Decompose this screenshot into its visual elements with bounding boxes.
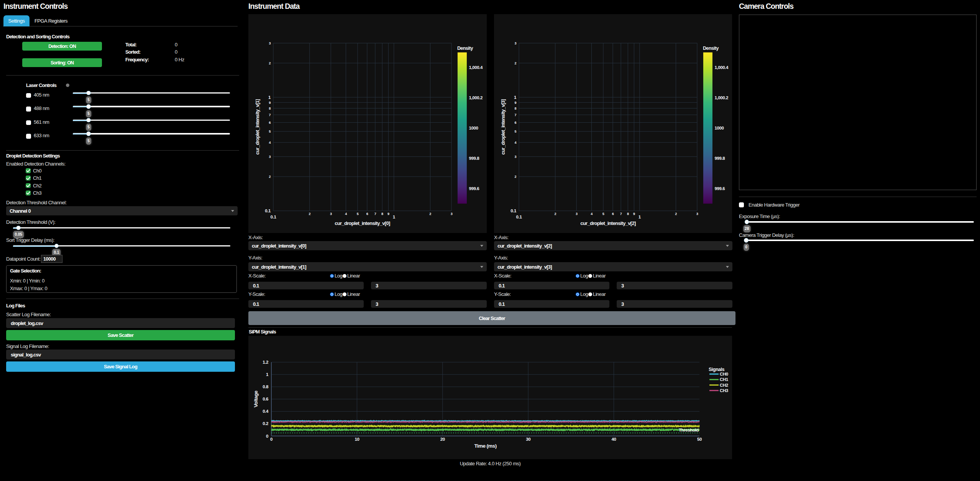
laser-633nm-power-slider[interactable]: 5	[73, 131, 230, 136]
x-scale-log-radio[interactable]	[330, 274, 334, 278]
laser-488nm-power-slider[interactable]: 5	[73, 104, 230, 109]
scatter-plot-2[interactable]: 0.1234567891230.123456789123cur_droplet_…	[494, 14, 732, 233]
linear-option-label[interactable]: Linear	[347, 291, 360, 297]
slider-handle[interactable]	[54, 244, 59, 248]
laser-633nm-checkbox[interactable]	[26, 134, 31, 139]
svg-text:Time (ms): Time (ms)	[474, 443, 496, 449]
x-max-input-2[interactable]: 3	[617, 282, 732, 289]
threshold-channel-select[interactable]: Channel 0	[6, 206, 238, 215]
slider-handle[interactable]	[86, 118, 91, 123]
y-scale-linear-radio[interactable]	[588, 292, 592, 296]
slider-tooltip: 5	[86, 138, 91, 144]
y-axis-select-1[interactable]: cur_droplet_intensity_v[1]	[248, 262, 487, 271]
svg-text:0: 0	[270, 437, 272, 442]
detection-threshold-slider[interactable]: 0.05	[13, 225, 230, 230]
clear-scatter-button[interactable]: Clear Scatter	[248, 311, 735, 325]
sort-trigger-delay-slider[interactable]: 0.1	[13, 243, 230, 248]
tab-settings[interactable]: Settings	[3, 15, 30, 26]
enable-hardware-trigger-checkbox[interactable]	[739, 202, 744, 207]
save-signal-log-button[interactable]: Save Signal Log	[6, 361, 235, 372]
channel-ch3-checkbox[interactable]	[26, 190, 31, 195]
slider-tooltip: 5	[86, 124, 91, 131]
slider-handle[interactable]	[745, 220, 749, 224]
svg-text:1: 1	[393, 215, 396, 219]
x-axis-select-2[interactable]: cur_droplet_intensity_v[2]	[494, 241, 732, 250]
sipm-signals-plot[interactable]: 0102030405000.20.40.60.811.2Time (ms)Vol…	[248, 336, 732, 459]
channel-ch2-checkbox[interactable]	[26, 183, 31, 188]
linear-option-label[interactable]: Linear	[593, 291, 606, 297]
y-max-input-2[interactable]: 3	[617, 300, 732, 308]
y-axis-select-value: cur_droplet_intensity_v[3]	[497, 264, 552, 270]
x-axis-label: X-Axis:	[494, 235, 509, 240]
log-option-label[interactable]: Log	[580, 273, 588, 279]
svg-text:9: 9	[514, 101, 516, 105]
detection-toggle-button[interactable]: Detection: ON	[22, 42, 102, 51]
x-min-input-2[interactable]: 0.1	[494, 282, 609, 289]
x-scale-log-radio[interactable]	[576, 274, 579, 278]
y-scale-linear-radio[interactable]	[343, 292, 346, 296]
camera-panel-title: Camera Controls	[739, 2, 793, 11]
x-scale-linear-radio[interactable]	[588, 274, 592, 278]
threshold-channel-value: Channel 0	[10, 208, 31, 214]
update-rate-text: Update Rate: 4.0 Hz (250 ms)	[248, 461, 732, 466]
y-axis-select-2[interactable]: cur_droplet_intensity_v[3]	[494, 262, 732, 271]
datapoint-count-input[interactable]: 10000	[41, 255, 62, 263]
svg-text:3: 3	[269, 41, 271, 45]
tab-fpga-registers[interactable]: FPGA Registers	[30, 15, 72, 26]
linear-option-label[interactable]: Linear	[593, 273, 606, 279]
x-axis-select-1[interactable]: cur_droplet_intensity_v[0]	[248, 241, 487, 250]
svg-text:Threshold: Threshold	[679, 428, 699, 432]
y-scale-log-radio[interactable]	[330, 292, 334, 296]
x-max-input-1[interactable]: 3	[371, 282, 487, 289]
y-scale-label: Y-Scale:	[494, 291, 511, 297]
slider-handle[interactable]	[86, 131, 91, 136]
scatter-plot-1[interactable]: 0.1234567891230.123456789123cur_droplet_…	[248, 14, 487, 233]
tab-fpga-label: FPGA Registers	[34, 18, 67, 24]
svg-text:1: 1	[514, 95, 517, 100]
detection-sorting-heading: Detection and Sorting Controls	[6, 34, 69, 39]
svg-text:4: 4	[514, 141, 516, 144]
laser-488nm-checkbox[interactable]	[26, 107, 31, 112]
signal-log-filename-label: Signal Log Filename:	[6, 343, 49, 349]
exposure-time-slider[interactable]: 28	[746, 220, 974, 225]
slider-handle[interactable]	[86, 104, 91, 109]
slider-handle[interactable]	[744, 238, 749, 243]
svg-text:cur_droplet_intensity_v[3]: cur_droplet_intensity_v[3]	[500, 99, 506, 155]
gate-max-values: Xmax: 0 | Ymax: 0	[10, 286, 236, 291]
laser-405nm-power-slider[interactable]: 5	[73, 90, 230, 95]
signal-log-filename-input[interactable]: signal_log.csv	[6, 350, 235, 360]
svg-text:999.8: 999.8	[469, 156, 479, 161]
log-option-label[interactable]: Log	[335, 273, 342, 279]
laser-405nm-checkbox[interactable]	[26, 93, 31, 98]
divider	[6, 299, 239, 299]
channel-ch1-checkbox[interactable]	[26, 176, 31, 181]
x-axis-select-value: cur_droplet_intensity_v[2]	[497, 243, 552, 249]
log-option-label[interactable]: Log	[580, 291, 588, 297]
laser-561nm-power-slider[interactable]: 5	[73, 118, 230, 123]
camera-trigger-delay-slider[interactable]: 0	[746, 238, 974, 243]
sorting-toggle-button[interactable]: Sorting: ON	[22, 58, 102, 67]
divider	[739, 197, 977, 197]
svg-text:0.1: 0.1	[511, 208, 517, 213]
channel-ch0-checkbox[interactable]	[26, 168, 31, 173]
y-max-input-1[interactable]: 3	[371, 300, 487, 308]
svg-text:2: 2	[429, 212, 431, 216]
laser-561nm-checkbox[interactable]	[26, 120, 31, 125]
channel-label: Ch1	[33, 175, 41, 181]
log-option-label[interactable]: Log	[335, 291, 342, 297]
svg-text:9: 9	[387, 212, 389, 216]
scatter-log-filename-input[interactable]: droplet_log.csv	[6, 318, 235, 328]
laser-wavelength-label: 633 nm	[34, 133, 49, 138]
slider-handle[interactable]	[86, 91, 91, 95]
y-min-input-1[interactable]: 0.1	[248, 300, 364, 308]
slider-handle[interactable]	[16, 226, 21, 230]
x-axis-select-value: cur_droplet_intensity_v[0]	[252, 243, 306, 249]
save-scatter-button[interactable]: Save Scatter	[6, 330, 235, 340]
y-min-input-2[interactable]: 0.1	[494, 300, 609, 308]
x-min-input-1[interactable]: 0.1	[248, 282, 364, 289]
svg-text:2: 2	[554, 212, 556, 216]
svg-text:2: 2	[269, 61, 271, 65]
linear-option-label[interactable]: Linear	[347, 273, 360, 279]
x-scale-linear-radio[interactable]	[343, 274, 346, 278]
y-scale-log-radio[interactable]	[576, 292, 579, 296]
